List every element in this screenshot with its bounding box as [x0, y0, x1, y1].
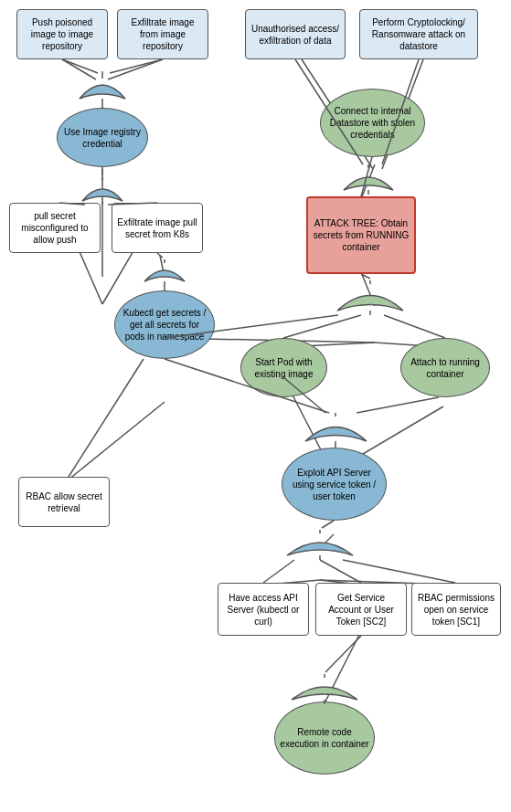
or-gate-4 — [341, 163, 396, 195]
or-gate-1 — [75, 71, 130, 103]
exfiltrate-pull-secret-node: Exfiltrate image pull secret from K8s — [112, 203, 203, 253]
attach-running-node: Attach to running container — [400, 338, 490, 397]
have-access-api-node: Have access API Server (kubectl or curl) — [218, 583, 309, 636]
svg-line-16 — [69, 402, 165, 480]
attack-tree-diagram: Push poisoned image to image repository … — [0, 0, 511, 812]
pull-secret-misc-node: pull secret misconfigured to allow push — [9, 203, 101, 253]
svg-line-66 — [263, 560, 294, 583]
svg-line-60 — [69, 359, 144, 477]
kubectl-get-secrets-node: Kubectl get secrets / get all secrets fo… — [114, 290, 215, 359]
svg-line-69 — [325, 636, 361, 672]
connect-datastore-node: Connect to internal Datastore with stole… — [320, 89, 425, 157]
svg-line-67 — [320, 560, 361, 583]
cryptolocking-node: Perform Cryptolocking/ Ransomware attack… — [359, 9, 478, 59]
get-service-account-node: Get Service Account or User Token [SC2] — [315, 583, 407, 636]
or-gate-3 — [142, 258, 187, 285]
svg-line-58 — [283, 315, 361, 338]
exfiltrate-image-repo-node: Exfiltrate image from image repository — [117, 9, 208, 59]
or-gate-7 — [283, 528, 357, 560]
remote-code-node: Remote code execution in container — [274, 701, 375, 775]
push-poisoned-node: Push poisoned image to image repository — [16, 9, 108, 59]
unauthorised-access-node: Unauthorised access/ exfiltration of dat… — [245, 9, 346, 59]
rbac-permissions-node: RBAC permissions open on service token [… — [411, 583, 501, 636]
or-gate-8 — [288, 672, 361, 704]
exploit-api-node: Exploit API Server using service token /… — [282, 448, 387, 521]
use-image-registry-node: Use Image registry credential — [57, 108, 148, 167]
or-gate-2 — [80, 175, 125, 205]
rbac-allow-node: RBAC allow secret retrieval — [18, 477, 110, 527]
svg-line-59 — [384, 315, 445, 338]
svg-line-65 — [322, 521, 334, 528]
svg-line-68 — [343, 560, 455, 583]
or-gate-5 — [334, 279, 407, 315]
attack-tree-box: ATTACK TREE: Obtain secrets from RUNNING… — [306, 196, 416, 274]
or-gate-6 — [302, 411, 370, 446]
start-pod-node: Start Pod with existing image — [240, 338, 327, 397]
